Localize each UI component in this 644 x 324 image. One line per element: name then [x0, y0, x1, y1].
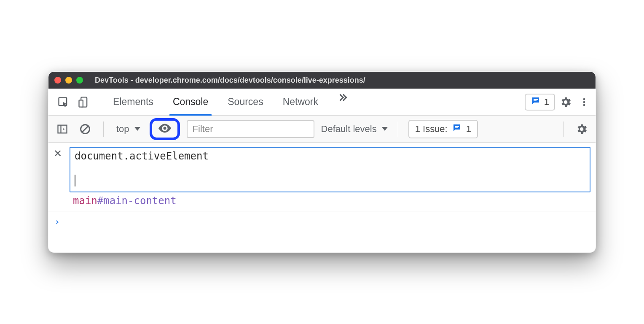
close-icon[interactable]: ✕ [54, 147, 70, 159]
live-expression-result[interactable]: main#main-content [48, 194, 596, 211]
svg-line-10 [82, 126, 88, 132]
more-tabs-icon[interactable] [335, 89, 351, 105]
chat-icon [452, 123, 462, 135]
clear-console-icon[interactable] [77, 121, 93, 138]
live-expression-input[interactable]: document.activeElement [70, 147, 590, 192]
inspect-element-icon[interactable] [55, 94, 71, 111]
result-element-id: #main-content [97, 195, 177, 207]
divider [103, 122, 104, 137]
kebab-menu-icon[interactable] [576, 94, 592, 111]
chevron-down-icon [382, 127, 388, 131]
device-toolbar-icon[interactable] [75, 94, 91, 111]
tab-network[interactable]: Network [280, 89, 321, 115]
issues-count: 1 [466, 124, 471, 135]
svg-rect-8 [58, 125, 67, 133]
context-label: top [116, 124, 129, 135]
issues-label: 1 Issue: [415, 124, 448, 135]
window-title: DevTools - developer.chrome.com/docs/dev… [87, 76, 590, 85]
prompt-chevron-icon: › [54, 216, 60, 227]
maximize-window-button[interactable] [76, 77, 83, 84]
levels-label: Default levels [321, 124, 377, 135]
svg-point-6 [583, 101, 585, 103]
console-prompt[interactable]: › [48, 211, 596, 252]
chat-icon [531, 96, 541, 108]
messages-count: 1 [544, 97, 549, 108]
log-levels-dropdown[interactable]: Default levels [321, 124, 388, 135]
text-cursor [75, 175, 75, 186]
context-dropdown[interactable]: top [114, 124, 143, 135]
divider [101, 94, 101, 110]
result-element-tag: main [73, 195, 97, 207]
traffic-lights [54, 77, 83, 84]
divider [563, 122, 564, 137]
svg-rect-4 [534, 100, 537, 101]
toggle-console-sidebar-icon[interactable] [54, 121, 70, 138]
settings-icon[interactable] [558, 94, 574, 111]
svg-rect-13 [455, 127, 458, 128]
close-window-button[interactable] [54, 77, 61, 84]
live-expression-text: document.activeElement [75, 150, 585, 162]
tab-sources[interactable]: Sources [225, 89, 266, 115]
eye-icon[interactable] [157, 121, 172, 138]
svg-point-7 [583, 104, 585, 106]
svg-rect-12 [455, 126, 459, 127]
live-expression-area: ✕ document.activeElement main#main-conte… [48, 143, 596, 211]
svg-point-5 [583, 98, 585, 100]
minimize-window-button[interactable] [65, 77, 72, 84]
divider [398, 122, 398, 137]
chevron-down-icon [134, 127, 140, 131]
messages-chip[interactable]: 1 [525, 94, 555, 111]
main-tabs: Elements Console Sources Network [107, 89, 351, 115]
inspect-controls [52, 94, 95, 111]
svg-rect-3 [534, 99, 538, 100]
filter-input[interactable] [187, 120, 314, 138]
console-settings-icon[interactable] [574, 121, 590, 138]
tab-console[interactable]: Console [170, 89, 211, 115]
devtools-window: DevTools - developer.chrome.com/docs/dev… [48, 71, 596, 253]
live-expression-row: ✕ document.activeElement [48, 143, 596, 194]
live-expression-button-highlight [150, 118, 180, 140]
svg-point-11 [163, 127, 166, 130]
console-toolbar: top Default levels 1 Issue: 1 [48, 116, 596, 143]
issues-chip[interactable]: 1 Issue: 1 [408, 120, 478, 138]
titlebar: DevTools - developer.chrome.com/docs/dev… [48, 72, 596, 89]
svg-rect-2 [79, 100, 83, 107]
tab-elements[interactable]: Elements [110, 89, 156, 115]
main-tabs-row: Elements Console Sources Network 1 [48, 89, 596, 116]
